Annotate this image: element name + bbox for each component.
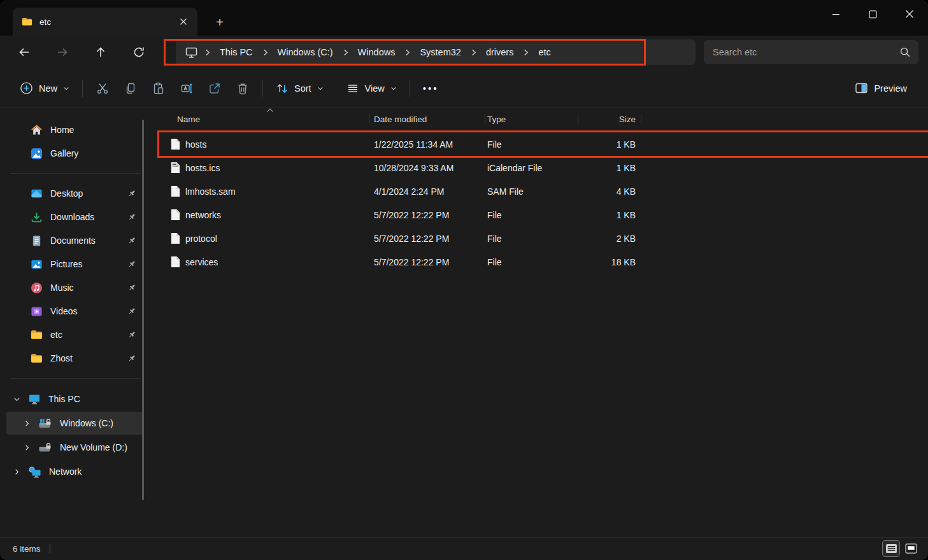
cut-button[interactable] (89, 76, 117, 101)
file-name: protocol (185, 234, 217, 244)
breadcrumb-drivers[interactable]: drivers (480, 45, 520, 60)
search-box[interactable] (704, 40, 918, 64)
paste-button[interactable] (145, 76, 173, 101)
share-button[interactable] (201, 76, 229, 101)
file-type: File (485, 257, 578, 267)
file-size: 1 KB (578, 210, 641, 220)
preview-button-label: Preview (874, 83, 907, 94)
file-date-modified: 5/7/2022 12:22 PM (369, 210, 485, 220)
file-size: 18 KB (578, 257, 641, 267)
column-header-type[interactable]: Type (485, 110, 578, 128)
breadcrumb-windows-c[interactable]: Windows (C:) (272, 45, 339, 60)
sidebar-item-label: Videos (50, 306, 78, 316)
file-date-modified: 4/1/2024 2:24 PM (369, 186, 485, 197)
tab-close-button[interactable] (175, 13, 192, 31)
file-date-modified: 1/22/2025 11:34 AM (369, 139, 485, 150)
file-row-protocol[interactable]: protocol 5/7/2022 12:22 PM File 2 KB (159, 227, 928, 250)
address-bar[interactable]: This PC Windows (C:) Windows System32 dr… (176, 39, 696, 65)
sidebar-item-home[interactable]: Home (6, 119, 143, 141)
forward-button[interactable] (51, 41, 74, 64)
details-view-toggle[interactable] (883, 541, 899, 556)
items-count: 6 items (13, 544, 41, 554)
file-row-networks[interactable]: networks 5/7/2022 12:22 PM File 1 KB (159, 203, 928, 227)
refresh-button[interactable] (127, 41, 150, 64)
chevron-right-icon (23, 444, 32, 452)
navigation-bar: This PC Windows (C:) Windows System32 dr… (0, 36, 928, 69)
rename-button[interactable] (173, 76, 201, 101)
maximize-icon (869, 10, 877, 18)
file-icon (171, 209, 180, 221)
sidebar-item-etc[interactable]: etc (6, 324, 143, 346)
sidebar-item-network[interactable]: Network (6, 460, 143, 483)
sidebar-item-documents[interactable]: Documents (6, 230, 143, 251)
paste-icon (152, 82, 165, 95)
file-row-hosts[interactable]: hosts 1/22/2025 11:34 AM File 1 KB (159, 132, 928, 156)
breadcrumb-windows[interactable]: Windows (352, 45, 401, 60)
tab-etc[interactable]: etc (13, 8, 197, 36)
pin-icon (127, 213, 136, 221)
sidebar-item-this-pc[interactable]: This PC (6, 388, 143, 410)
file-date-modified: 5/7/2022 12:22 PM (369, 257, 485, 267)
sidebar-item-music[interactable]: Music (6, 277, 143, 298)
file-explorer-window: etc + (0, 0, 928, 560)
title-bar: etc + (0, 0, 928, 36)
chevron-down-icon (317, 85, 324, 92)
sidebar-item-downloads[interactable]: Downloads (6, 206, 143, 228)
preview-button[interactable]: Preview (848, 76, 914, 101)
gallery-icon (31, 148, 43, 160)
folder-icon (31, 330, 43, 340)
file-row-hosts-ics[interactable]: hosts.ics 10/28/2024 9:33 AM iCalendar F… (159, 156, 928, 179)
sort-ascending-icon (266, 108, 274, 113)
new-button[interactable]: New (13, 76, 76, 101)
copy-icon (124, 82, 137, 95)
share-icon (208, 82, 221, 95)
up-button[interactable] (89, 41, 112, 64)
file-list-pane: Name Date modified Type Size (152, 108, 928, 537)
sidebar-item-desktop[interactable]: Desktop (6, 183, 143, 204)
pin-icon (127, 307, 136, 316)
pictures-icon (31, 258, 43, 270)
refresh-icon (132, 46, 145, 59)
sidebar-item-gallery[interactable]: Gallery (6, 143, 143, 164)
sidebar-item-pictures[interactable]: Pictures (6, 253, 143, 275)
sidebar-divider (10, 173, 141, 174)
breadcrumb-this-pc[interactable]: This PC (214, 45, 259, 60)
delete-button[interactable] (229, 76, 257, 101)
minimize-button[interactable] (817, 0, 854, 28)
sort-button[interactable]: Sort (269, 76, 331, 101)
file-row-services[interactable]: services 5/7/2022 12:22 PM File 18 KB (159, 250, 928, 274)
this-pc-monitor-icon (185, 46, 198, 59)
sidebar-item-new-volume-d[interactable]: New Volume (D:) (6, 436, 143, 459)
view-button[interactable]: View (339, 76, 404, 101)
pin-icon (127, 260, 136, 269)
column-header-date-modified[interactable]: Date modified (369, 110, 485, 128)
chevron-right-icon (204, 49, 211, 56)
file-size: 4 KB (578, 186, 641, 197)
sidebar-item-videos[interactable]: Videos (6, 300, 143, 322)
toolbar-divider (410, 80, 410, 97)
column-header-size[interactable]: Size (578, 110, 641, 128)
breadcrumb: This PC Windows (C:) Windows System32 dr… (201, 45, 557, 60)
breadcrumb-system32[interactable]: System32 (414, 45, 466, 60)
back-button[interactable] (13, 41, 36, 64)
copy-button[interactable] (117, 76, 145, 101)
search-input[interactable] (713, 47, 899, 57)
command-toolbar: New (0, 69, 928, 108)
file-icon (171, 138, 180, 150)
sidebar-scrollbar[interactable] (142, 120, 144, 500)
file-row-lmhosts-sam[interactable]: lmhosts.sam 4/1/2024 2:24 PM SAM File 4 … (159, 179, 928, 203)
maximize-button[interactable] (854, 0, 891, 28)
pin-icon (127, 283, 136, 292)
breadcrumb-etc[interactable]: etc (532, 45, 556, 60)
calendar-file-icon (171, 162, 180, 174)
column-header-row: Name Date modified Type Size (159, 110, 928, 128)
see-more-button[interactable]: ••• (416, 76, 446, 101)
toolbar-divider (262, 80, 263, 97)
new-tab-button[interactable]: + (210, 13, 229, 32)
sidebar-item-windows-c[interactable]: Windows (C:) (6, 412, 143, 435)
column-header-name[interactable]: Name (159, 110, 369, 128)
icons-view-toggle[interactable] (903, 541, 919, 556)
view-lines-icon (346, 82, 359, 95)
close-window-button[interactable] (891, 0, 928, 28)
sidebar-item-zhost[interactable]: Zhost (6, 347, 143, 369)
